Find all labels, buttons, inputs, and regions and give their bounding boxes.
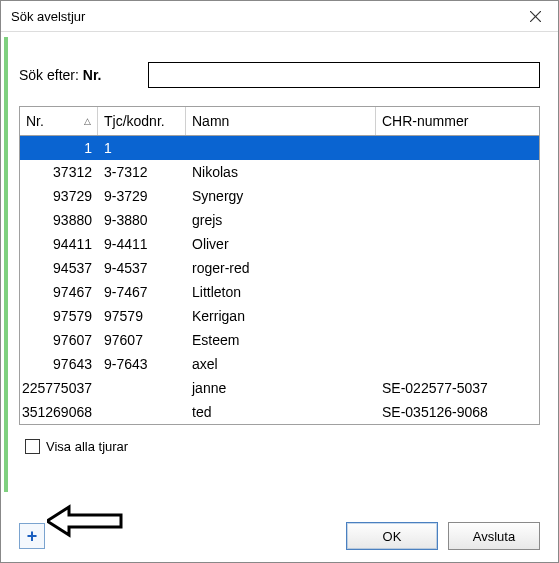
show-all-label: Visa alla tjurar bbox=[46, 439, 128, 454]
search-input[interactable] bbox=[148, 62, 541, 88]
table-row[interactable]: 937299-3729Synergy bbox=[20, 184, 539, 208]
cell-nr: 97643 bbox=[20, 352, 98, 376]
cell-nr: 97467 bbox=[20, 280, 98, 304]
cell-chr bbox=[376, 208, 539, 232]
cell-kod: 97607 bbox=[98, 328, 186, 352]
table-row[interactable]: 945379-4537roger-red bbox=[20, 256, 539, 280]
cell-kod bbox=[98, 400, 186, 424]
cell-chr bbox=[376, 280, 539, 304]
svg-marker-2 bbox=[47, 507, 121, 535]
cell-nr: 93880 bbox=[20, 208, 98, 232]
cell-chr bbox=[376, 352, 539, 376]
col-header-label: Namn bbox=[192, 113, 229, 129]
cell-kod: 9-4537 bbox=[98, 256, 186, 280]
cell-chr bbox=[376, 256, 539, 280]
table-row[interactable]: 974679-7467Littleton bbox=[20, 280, 539, 304]
cancel-label: Avsluta bbox=[473, 529, 515, 544]
decoration-strip bbox=[4, 37, 8, 492]
table-row[interactable]: 11 bbox=[20, 136, 539, 160]
cell-chr: SE-022577-5037 bbox=[376, 376, 539, 400]
cell-kod: 9-7467 bbox=[98, 280, 186, 304]
grid-body: 11373123-7312Nikolas937299-3729Synergy93… bbox=[20, 136, 539, 424]
cell-kod: 3-7312 bbox=[98, 160, 186, 184]
titlebar: Sök avelstjur bbox=[1, 1, 558, 32]
cell-chr bbox=[376, 328, 539, 352]
table-row[interactable]: 9760797607Esteem bbox=[20, 328, 539, 352]
search-row: Sök efter: Nr. bbox=[19, 62, 540, 88]
search-label: Sök efter: Nr. bbox=[19, 67, 102, 83]
cell-kod: 9-7643 bbox=[98, 352, 186, 376]
ok-button[interactable]: OK bbox=[346, 522, 438, 550]
cell-kod: 9-4411 bbox=[98, 232, 186, 256]
show-all-checkbox[interactable] bbox=[25, 439, 40, 454]
dialog-footer: + OK Avsluta bbox=[1, 522, 558, 550]
cell-chr bbox=[376, 304, 539, 328]
cell-nr: 1 bbox=[20, 136, 98, 160]
col-header-label: Tjc/kodnr. bbox=[104, 113, 165, 129]
cell-nr: 37312 bbox=[20, 160, 98, 184]
cell-kod bbox=[98, 376, 186, 400]
cell-nr: 94537 bbox=[20, 256, 98, 280]
cell-kod: 9-3729 bbox=[98, 184, 186, 208]
cell-nr: 93729 bbox=[20, 184, 98, 208]
cell-namn: Nikolas bbox=[186, 160, 376, 184]
cell-namn: axel bbox=[186, 352, 376, 376]
cell-namn: grejs bbox=[186, 208, 376, 232]
table-row[interactable]: 225775037janneSE-022577-5037 bbox=[20, 376, 539, 400]
table-row[interactable]: 351269068tedSE-035126-9068 bbox=[20, 400, 539, 424]
col-header-label: Nr. bbox=[26, 113, 44, 129]
cell-kod: 97579 bbox=[98, 304, 186, 328]
search-label-field: Nr. bbox=[83, 67, 102, 83]
cell-nr: 225775037 bbox=[20, 376, 98, 400]
cell-namn: roger-red bbox=[186, 256, 376, 280]
show-all-row[interactable]: Visa alla tjurar bbox=[25, 439, 540, 454]
col-header-kod[interactable]: Tjc/kodnr. bbox=[98, 107, 186, 135]
table-row[interactable]: 9757997579Kerrigan bbox=[20, 304, 539, 328]
cell-nr: 94411 bbox=[20, 232, 98, 256]
cell-kod: 9-3880 bbox=[98, 208, 186, 232]
ok-label: OK bbox=[383, 529, 402, 544]
cell-namn: Oliver bbox=[186, 232, 376, 256]
annotation-arrow bbox=[47, 503, 127, 542]
add-button[interactable]: + bbox=[19, 523, 45, 549]
button-group: OK Avsluta bbox=[346, 522, 540, 550]
cell-namn bbox=[186, 136, 376, 160]
plus-icon: + bbox=[27, 527, 38, 545]
cell-chr bbox=[376, 184, 539, 208]
dialog-window: Sök avelstjur Sök efter: Nr. Nr. △ Tjc/k… bbox=[0, 0, 559, 563]
cell-namn: Synergy bbox=[186, 184, 376, 208]
table-row[interactable]: 944119-4411Oliver bbox=[20, 232, 539, 256]
cell-namn: Littleton bbox=[186, 280, 376, 304]
cell-chr bbox=[376, 136, 539, 160]
cell-chr bbox=[376, 232, 539, 256]
col-header-nr[interactable]: Nr. △ bbox=[20, 107, 98, 135]
cell-namn: Kerrigan bbox=[186, 304, 376, 328]
col-header-label: CHR-nummer bbox=[382, 113, 468, 129]
cell-chr bbox=[376, 160, 539, 184]
cell-nr: 97607 bbox=[20, 328, 98, 352]
cell-namn: janne bbox=[186, 376, 376, 400]
cell-nr: 351269068 bbox=[20, 400, 98, 424]
col-header-namn[interactable]: Namn bbox=[186, 107, 376, 135]
sort-asc-icon: △ bbox=[84, 116, 91, 126]
grid-header: Nr. △ Tjc/kodnr. Namn CHR-nummer bbox=[20, 107, 539, 136]
cell-chr: SE-035126-9068 bbox=[376, 400, 539, 424]
table-row[interactable]: 976439-7643axel bbox=[20, 352, 539, 376]
window-title: Sök avelstjur bbox=[11, 9, 85, 24]
close-button[interactable] bbox=[513, 1, 558, 31]
table-row[interactable]: 373123-7312Nikolas bbox=[20, 160, 539, 184]
cancel-button[interactable]: Avsluta bbox=[448, 522, 540, 550]
results-grid: Nr. △ Tjc/kodnr. Namn CHR-nummer 1137312… bbox=[19, 106, 540, 425]
cell-namn: ted bbox=[186, 400, 376, 424]
table-row[interactable]: 938809-3880grejs bbox=[20, 208, 539, 232]
cell-nr: 97579 bbox=[20, 304, 98, 328]
close-icon bbox=[530, 11, 541, 22]
search-label-prefix: Sök efter: bbox=[19, 67, 79, 83]
col-header-chr[interactable]: CHR-nummer bbox=[376, 107, 539, 135]
cell-kod: 1 bbox=[98, 136, 186, 160]
dialog-content: Sök efter: Nr. Nr. △ Tjc/kodnr. Namn CHR… bbox=[1, 32, 558, 466]
cell-namn: Esteem bbox=[186, 328, 376, 352]
